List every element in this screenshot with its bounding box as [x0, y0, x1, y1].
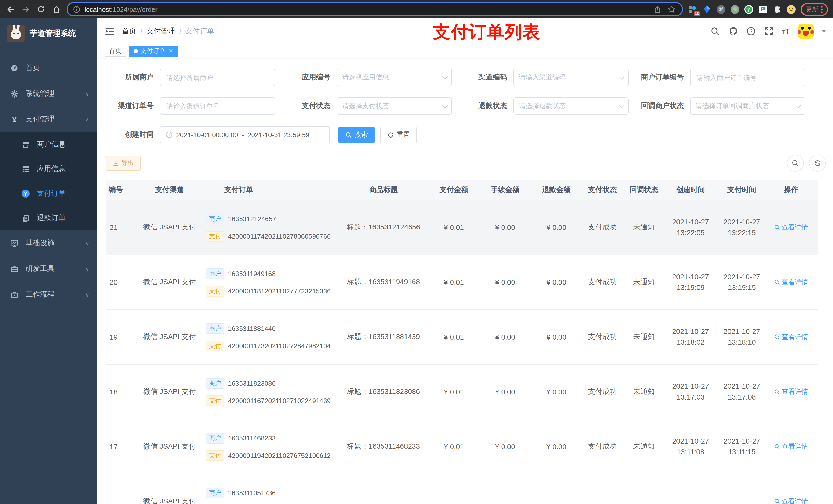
browser-update-button[interactable]: 更新	[801, 3, 828, 16]
address-bar[interactable]: localhost:1024/pay/order	[67, 2, 683, 16]
breadcrumb-home[interactable]: 首页	[122, 26, 136, 35]
chevron-up-icon: ∧	[85, 117, 89, 122]
pay-channel: 微信 JSAPI 支付	[143, 442, 196, 451]
pay-order-table: 编号 支付渠道 支付订单 商品标题 支付金额 手续金额 退款金额 支付状态 回调…	[105, 180, 818, 504]
table-row[interactable]: 19 微信 JSAPI 支付 商户1635311881440 支付4200001…	[105, 310, 818, 365]
fee-amount: ¥ 0.00	[495, 333, 515, 341]
extension-badge: 10	[694, 11, 700, 16]
reload-icon[interactable]	[36, 4, 46, 14]
fullscreen-icon[interactable]	[764, 26, 774, 36]
site-info-icon[interactable]	[73, 4, 80, 14]
sidebar-item-pay[interactable]: ¥ 支付管理 ∧	[0, 106, 97, 132]
pay-status-select[interactable]: 请选择支付状态	[337, 97, 452, 115]
chevron-down-icon[interactable]	[822, 30, 826, 34]
refund-status-select[interactable]: 请选择退款状态	[513, 97, 628, 115]
extension-puzzle-icon[interactable]	[772, 5, 782, 14]
extension-y-icon[interactable]: y	[744, 5, 753, 14]
table-row[interactable]: 微信 JSAPI 支付 商户1635311051736 支付 查看详情	[105, 474, 818, 504]
close-icon[interactable]: ✕	[169, 48, 173, 54]
export-button[interactable]: 导出	[105, 156, 141, 171]
pay-order-no: 4200001174202110278060590766	[228, 232, 331, 240]
extension-command-icon[interactable]: ⌘	[717, 5, 725, 14]
callback-status: 未通知	[633, 442, 655, 451]
store-icon	[22, 140, 30, 148]
view-detail-link[interactable]: 查看详情	[774, 332, 808, 342]
merchant-order-no: 1635311051736	[228, 489, 276, 497]
home-icon[interactable]	[51, 4, 62, 14]
pay-tag: 支付	[206, 231, 224, 241]
sidebar-item-dev-tools[interactable]: 研发工具 ∨	[0, 256, 97, 282]
pay-order-no: 4200001167202110271022491439	[228, 397, 331, 404]
sidebar-item-system[interactable]: 系统管理 ∨	[0, 81, 97, 106]
help-icon[interactable]: ?	[746, 26, 756, 36]
bookmark-star-icon[interactable]	[667, 4, 677, 14]
app-logo[interactable]: 芋道管理系统	[0, 19, 97, 48]
view-detail-link[interactable]: 查看详情	[774, 497, 808, 504]
search-button[interactable]: 搜索	[338, 126, 375, 143]
channel-code-select[interactable]: 请输入渠道编码	[513, 69, 628, 86]
tags-view: 首页 支付订单✕	[97, 44, 833, 58]
create-time-range-picker[interactable]: 2021-10-01 00:00:00 - 2021-10-31 23:59:5…	[160, 126, 330, 143]
table-row[interactable]: 20 微信 JSAPI 支付 商户1635311949168 支付4200001…	[105, 255, 818, 310]
extension-emoji-icon[interactable]	[787, 5, 795, 14]
sidebar-item-refund-order[interactable]: 退款订单	[0, 206, 97, 231]
sidebar-fold-icon[interactable]	[104, 26, 115, 36]
pay-channel: 微信 JSAPI 支付	[143, 278, 196, 287]
extension-kite-icon[interactable]	[703, 5, 712, 14]
sidebar-item-home[interactable]: 首页	[0, 55, 97, 81]
product-title: 标题：1635311823086	[347, 387, 420, 397]
forward-icon[interactable]	[21, 4, 31, 14]
order-id: 17	[110, 442, 118, 451]
table-row[interactable]: 17 微信 JSAPI 支付 商户1635311468233 支付4200001…	[105, 419, 818, 474]
extension-tag-manager-icon[interactable]: 10	[688, 5, 697, 14]
chevron-down-icon	[619, 74, 625, 80]
yen-circle-icon: ¥	[22, 190, 30, 198]
tag-home[interactable]: 首页	[104, 45, 126, 56]
table-row[interactable]: 21 微信 JSAPI 支付 商户1635312124657 支付4200001…	[105, 200, 818, 255]
pay-amount: ¥ 0.01	[444, 442, 464, 451]
app-select[interactable]: 请选择应用信息	[337, 69, 452, 86]
tag-pay-order[interactable]: 支付订单✕	[129, 45, 178, 56]
product-title: 标题：1635311881439	[347, 332, 420, 342]
merchant-input[interactable]	[160, 69, 275, 86]
share-icon[interactable]	[652, 4, 662, 14]
pay-amount: ¥ 0.01	[444, 223, 464, 232]
view-detail-link[interactable]: 查看详情	[774, 223, 808, 232]
refund-amount: ¥ 0.00	[546, 333, 566, 341]
reset-button[interactable]: 重置	[380, 126, 417, 143]
sidebar-item-pay-order[interactable]: ¥ 支付订单	[0, 181, 97, 206]
breadcrumb-pay[interactable]: 支付管理	[146, 26, 175, 35]
sidebar-item-merchant-info[interactable]: 商户信息	[0, 132, 97, 157]
merchant-order-no-input[interactable]	[690, 69, 805, 86]
sidebar: 芋道管理系统 首页 系统管理 ∨ ¥ 支付管理 ∧ 商户信息	[0, 19, 97, 504]
github-icon[interactable]	[728, 26, 738, 36]
fee-amount: ¥ 0.00	[495, 278, 515, 286]
sidebar-item-infra[interactable]: 基础设施 ∨	[0, 231, 97, 256]
toggle-search-button[interactable]	[787, 155, 804, 172]
breadcrumb-current: 支付订单	[186, 26, 214, 35]
pay-tag: 支付	[206, 340, 224, 351]
sidebar-item-app-info[interactable]: 应用信息	[0, 157, 97, 181]
callback-status: 未通知	[633, 387, 655, 397]
refund-amount: ¥ 0.00	[546, 442, 566, 451]
view-detail-link[interactable]: 查看详情	[774, 387, 808, 397]
filter-label-merchant: 所属商户	[105, 73, 160, 82]
search-icon[interactable]	[710, 26, 720, 36]
fee-amount: ¥ 0.00	[495, 442, 515, 451]
extension-chat-icon[interactable]	[758, 5, 767, 14]
sidebar-item-workflow[interactable]: 工作流程 ∨	[0, 282, 97, 307]
avatar[interactable]	[798, 23, 813, 39]
back-icon[interactable]	[5, 4, 15, 14]
channel-order-no-input[interactable]	[160, 97, 275, 115]
refresh-button[interactable]	[809, 155, 826, 172]
merchant-order-no: 1635311823086	[228, 379, 276, 387]
view-detail-link[interactable]: 查看详情	[774, 278, 808, 287]
extension-dot-icon[interactable]	[731, 5, 739, 14]
table-row[interactable]: 18 微信 JSAPI 支付 商户1635311823086 支付4200001…	[105, 365, 818, 419]
date-start: 2021-10-01 00:00:00	[176, 131, 238, 139]
font-size-icon[interactable]: TT	[782, 27, 790, 35]
filter-label-merchant-order-no: 商户订单编号	[636, 73, 690, 82]
view-detail-link[interactable]: 查看详情	[774, 442, 808, 451]
callback-status-select[interactable]: 请选择订单回调商户状态	[690, 97, 805, 115]
browser-menu-icon[interactable]	[821, 6, 823, 13]
